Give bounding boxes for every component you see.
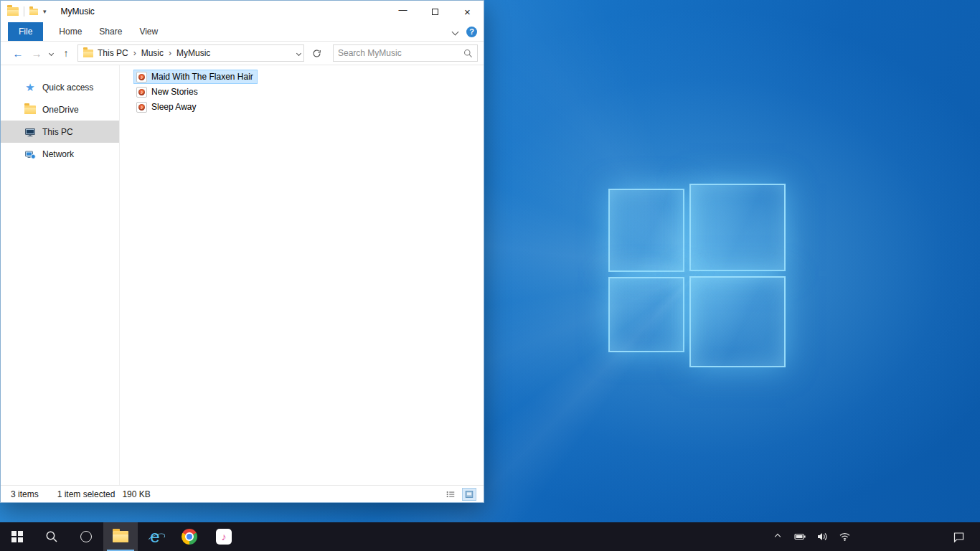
music-file-icon: ♪ bbox=[136, 72, 147, 83]
view-toggle-buttons bbox=[443, 488, 476, 501]
status-selection-size: 190 KB bbox=[122, 489, 150, 499]
caption-buttons: — × bbox=[387, 1, 484, 22]
sidebar-item-network[interactable]: Network bbox=[1, 143, 119, 165]
file-name: New Stories bbox=[151, 87, 198, 97]
explorer-window: ▾ MyMusic — × File Home Share View ? ← → bbox=[0, 0, 484, 503]
taskbar-internet-explorer-button[interactable]: e bbox=[138, 522, 172, 551]
internet-explorer-icon: e bbox=[150, 528, 159, 545]
battery-status-button[interactable] bbox=[792, 522, 808, 551]
sidebar-item-quick-access[interactable]: ★ Quick access bbox=[1, 76, 119, 98]
windows-logo-pane-bottom-right bbox=[689, 276, 786, 367]
forward-button[interactable]: → bbox=[29, 47, 44, 60]
show-hidden-icons-button[interactable] bbox=[770, 522, 786, 551]
cortana-icon bbox=[80, 531, 92, 542]
file-item-new-stories[interactable]: ♪ New Stories bbox=[133, 85, 202, 99]
ribbon-tab-bar: File Home Share View ? bbox=[1, 22, 484, 42]
speaker-icon bbox=[816, 531, 828, 542]
tab-view[interactable]: View bbox=[131, 22, 166, 41]
address-folder-icon bbox=[83, 50, 93, 57]
breadcrumb-this-pc[interactable]: This PC bbox=[98, 48, 128, 58]
chrome-icon bbox=[182, 529, 197, 545]
help-icon[interactable]: ? bbox=[466, 27, 477, 37]
taskbar-search-button[interactable] bbox=[34, 522, 69, 551]
file-name: Maid With The Flaxen Hair bbox=[151, 72, 253, 82]
taskbar: e ♪ bbox=[0, 522, 980, 551]
expand-ribbon-chevron-icon[interactable] bbox=[452, 28, 459, 35]
cortana-button[interactable] bbox=[69, 522, 103, 551]
music-note-icon: ♪ bbox=[137, 72, 146, 82]
minimize-icon: — bbox=[399, 6, 407, 14]
qat-folder-icon[interactable] bbox=[29, 9, 38, 15]
wifi-icon bbox=[839, 531, 851, 542]
file-item-sleep-away[interactable]: ♪ Sleep Away bbox=[133, 100, 201, 114]
recent-locations-chevron-icon[interactable] bbox=[50, 52, 53, 55]
window-title: MyMusic bbox=[61, 6, 95, 17]
system-tray bbox=[770, 522, 980, 551]
screen: ▾ MyMusic — × File Home Share View ? ← → bbox=[0, 0, 980, 551]
itunes-icon: ♪ bbox=[216, 529, 232, 545]
music-file-icon: ♪ bbox=[136, 87, 147, 98]
file-explorer-icon bbox=[113, 531, 128, 542]
action-center-button[interactable] bbox=[944, 522, 973, 551]
taskbar-file-explorer-button[interactable] bbox=[103, 522, 138, 551]
battery-icon bbox=[794, 531, 806, 542]
qat-customize-chevron-icon[interactable]: ▾ bbox=[43, 9, 47, 15]
start-button[interactable] bbox=[0, 522, 34, 551]
file-name: Sleep Away bbox=[151, 102, 197, 112]
refresh-button[interactable] bbox=[308, 44, 324, 62]
navigation-bar: ← → ↑ This PC › Music › MyMusic bbox=[1, 42, 484, 65]
tab-share[interactable]: Share bbox=[90, 22, 131, 41]
chevron-up-icon bbox=[775, 534, 781, 540]
taskbar-itunes-button[interactable]: ♪ bbox=[207, 522, 241, 551]
window-body: ★ Quick access OneDrive bbox=[1, 65, 484, 485]
maximize-button[interactable] bbox=[419, 1, 451, 22]
up-button[interactable]: ↑ bbox=[59, 47, 73, 59]
breadcrumb-separator-icon: › bbox=[133, 48, 136, 58]
this-pc-monitor-icon bbox=[24, 126, 36, 138]
ribbon-right-controls: ? bbox=[453, 22, 484, 41]
music-file-icon: ♪ bbox=[136, 102, 147, 113]
address-bar[interactable]: This PC › Music › MyMusic bbox=[77, 44, 304, 62]
navigation-pane: ★ Quick access OneDrive bbox=[1, 65, 120, 485]
breadcrumb-music[interactable]: Music bbox=[141, 48, 164, 58]
sidebar-item-onedrive[interactable]: OneDrive bbox=[1, 98, 119, 121]
minimize-button[interactable]: — bbox=[387, 1, 419, 22]
status-selection: 1 item selected bbox=[57, 489, 116, 499]
close-button[interactable]: × bbox=[451, 1, 484, 22]
sidebar-item-this-pc[interactable]: This PC bbox=[1, 121, 119, 143]
close-icon: × bbox=[464, 6, 471, 17]
address-dropdown-chevron-icon[interactable] bbox=[296, 50, 301, 55]
windows-logo-pane-top-left bbox=[608, 189, 684, 272]
qat-separator bbox=[24, 6, 24, 17]
breadcrumb-mymusic[interactable]: MyMusic bbox=[176, 48, 210, 58]
network-status-button[interactable] bbox=[837, 522, 852, 551]
file-item-maid-with-the-flaxen-hair[interactable]: ♪ Maid With The Flaxen Hair bbox=[133, 70, 258, 84]
sidebar-item-label: This PC bbox=[42, 127, 73, 137]
details-view-icon bbox=[446, 489, 456, 499]
sidebar-item-label: Quick access bbox=[42, 83, 93, 93]
details-view-button[interactable] bbox=[443, 488, 458, 501]
breadcrumb: This PC › Music › MyMusic bbox=[98, 48, 210, 58]
file-list[interactable]: ♪ Maid With The Flaxen Hair ♪ New Storie… bbox=[120, 65, 484, 485]
volume-button[interactable] bbox=[814, 522, 830, 551]
maximize-icon bbox=[432, 9, 438, 15]
taskbar-chrome-button[interactable] bbox=[172, 522, 207, 551]
search-box bbox=[333, 44, 478, 62]
action-center-icon bbox=[953, 531, 965, 543]
windows-start-icon bbox=[11, 531, 23, 542]
windows-logo-pane-top-right bbox=[689, 184, 786, 271]
status-item-count: 3 items bbox=[11, 489, 39, 499]
search-icon[interactable] bbox=[463, 49, 473, 58]
tab-file[interactable]: File bbox=[8, 22, 43, 41]
status-bar: 3 items 1 item selected 190 KB bbox=[1, 485, 484, 502]
breadcrumb-separator-icon: › bbox=[169, 48, 171, 58]
large-icons-view-button[interactable] bbox=[462, 488, 476, 501]
tab-home[interactable]: Home bbox=[50, 22, 90, 41]
music-note-icon: ♪ bbox=[137, 103, 146, 112]
music-note-icon: ♪ bbox=[137, 88, 146, 97]
window-folder-icon[interactable] bbox=[7, 7, 19, 16]
search-icon bbox=[45, 530, 58, 543]
search-input[interactable] bbox=[338, 48, 463, 58]
back-button[interactable]: ← bbox=[11, 47, 25, 60]
network-icon bbox=[24, 149, 36, 160]
